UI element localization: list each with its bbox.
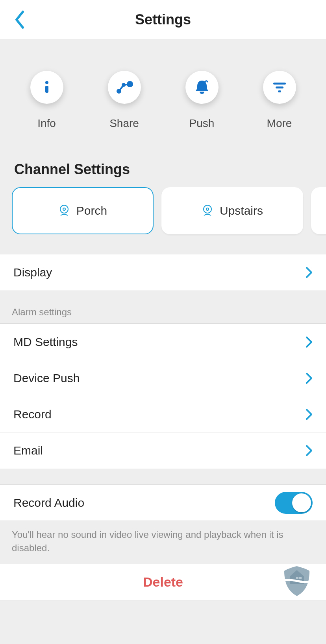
chevron-right-icon: [306, 408, 313, 420]
share-icon: [108, 71, 141, 104]
camera-icon: [202, 204, 213, 217]
bell-icon: [185, 71, 219, 104]
filter-icon: [263, 71, 296, 104]
action-grid: Info Share Push: [0, 39, 326, 153]
push-label: Push: [189, 117, 215, 130]
svg-point-11: [63, 208, 65, 210]
record-audio-label: Record Audio: [13, 496, 84, 510]
record-audio-help: You'll hear no sound in video live viewi…: [0, 521, 326, 564]
channel-card-porch[interactable]: Porch: [12, 187, 154, 234]
record-audio-toggle[interactable]: [275, 492, 313, 514]
page-title: Settings: [135, 11, 191, 28]
header: Settings: [0, 0, 326, 39]
chevron-right-icon: [306, 372, 313, 384]
channel-label: Upstairs: [220, 204, 263, 217]
email-row[interactable]: Email: [0, 432, 326, 469]
display-label: Display: [13, 266, 52, 279]
chevron-right-icon: [306, 267, 313, 278]
record-label: Record: [13, 408, 52, 421]
svg-line-6: [124, 84, 130, 85]
svg-point-13: [206, 208, 209, 210]
camera-icon: [58, 204, 70, 217]
toggle-knob: [292, 493, 311, 512]
info-button[interactable]: Info: [30, 71, 63, 130]
md-settings-label: MD Settings: [13, 335, 78, 349]
info-label: Info: [37, 117, 56, 130]
alarm-group: MD Settings Device Push Record Email: [0, 324, 326, 469]
share-button[interactable]: Share: [108, 71, 141, 130]
delete-button[interactable]: Delete: [0, 564, 326, 600]
channel-settings-title: Channel Settings: [0, 153, 326, 187]
device-push-row[interactable]: Device Push: [0, 360, 326, 396]
svg-line-5: [119, 85, 124, 91]
svg-rect-1: [45, 86, 48, 93]
svg-point-10: [60, 205, 68, 213]
share-label: Share: [109, 117, 139, 130]
back-button[interactable]: [12, 8, 28, 31]
channel-card-upstairs[interactable]: Upstairs: [161, 187, 303, 234]
chevron-right-icon: [306, 445, 313, 456]
channel-card-peek[interactable]: [311, 187, 326, 234]
svg-point-12: [204, 205, 211, 213]
more-label: More: [267, 117, 292, 130]
md-settings-row[interactable]: MD Settings: [0, 324, 326, 360]
alarm-settings-header: Alarm settings: [0, 291, 326, 324]
spacer: [0, 469, 326, 485]
more-button[interactable]: More: [263, 71, 296, 130]
display-row[interactable]: Display: [0, 254, 326, 291]
push-button[interactable]: Push: [185, 71, 219, 130]
display-group: Display: [0, 254, 326, 291]
svg-rect-8: [276, 86, 283, 88]
chevron-left-icon: [14, 10, 25, 29]
svg-rect-9: [278, 90, 281, 92]
chevron-right-icon: [306, 336, 313, 348]
svg-rect-7: [273, 83, 286, 85]
record-audio-row: Record Audio: [0, 485, 326, 521]
svg-point-0: [45, 81, 48, 84]
info-icon: [30, 71, 63, 104]
delete-label: Delete: [143, 574, 183, 590]
device-push-label: Device Push: [13, 372, 80, 385]
channel-label: Porch: [76, 204, 107, 217]
channel-row: Porch Upstairs: [0, 187, 326, 254]
email-label: Email: [13, 444, 43, 457]
record-row[interactable]: Record: [0, 396, 326, 432]
